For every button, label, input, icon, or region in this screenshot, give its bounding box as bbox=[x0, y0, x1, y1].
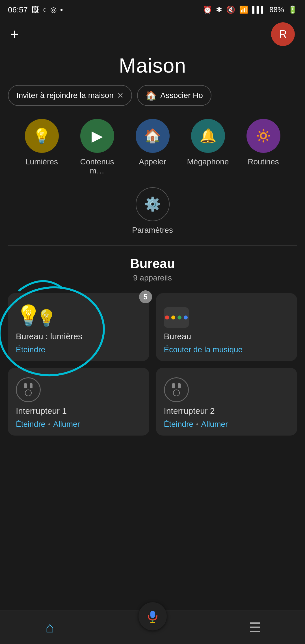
device-name-lumieres: Bureau : lumières bbox=[16, 332, 141, 341]
time-display: 06:57 bbox=[8, 5, 28, 14]
appeler-circle: 🏠 bbox=[136, 119, 170, 153]
mute-icon: 🔇 bbox=[226, 5, 235, 14]
category-contenus[interactable]: ▶ Contenus m… bbox=[75, 119, 120, 175]
routines-label: Routines bbox=[248, 157, 279, 166]
plug2-icon-area bbox=[164, 377, 289, 402]
appeler-label: Appeler bbox=[139, 157, 166, 166]
page-title: Maison bbox=[0, 49, 305, 85]
signal-icon: ▌▌▌ bbox=[252, 6, 265, 14]
dot-blue bbox=[184, 316, 188, 319]
battery-icon: 🔋 bbox=[288, 5, 297, 14]
section-title: Bureau bbox=[0, 256, 305, 271]
device-action-speaker[interactable]: Écouter de la musique bbox=[164, 345, 289, 354]
category-parametres[interactable]: ⚙️ Paramètres bbox=[130, 187, 175, 235]
device-action-lumieres[interactable]: Éteindre bbox=[16, 345, 141, 354]
category-appeler[interactable]: 🏠 Appeler bbox=[130, 119, 175, 175]
status-right: ⏰ ✱ 🔇 📶 ▌▌▌ 88% 🔋 bbox=[203, 5, 297, 14]
device-name-interrupteur1: Interrupteur 1 bbox=[16, 406, 141, 416]
device-name-interrupteur2: Interrupteur 2 bbox=[164, 406, 289, 416]
bluetooth-icon: ✱ bbox=[216, 5, 222, 14]
section-header: Bureau 9 appareils bbox=[0, 254, 305, 284]
contenus-label: Contenus m… bbox=[75, 157, 120, 175]
status-bar: 06:57 🖼 ○ ◎ • ⏰ ✱ 🔇 📶 ▌▌▌ 88% 🔋 bbox=[0, 0, 305, 17]
alarm-icon: ⏰ bbox=[203, 5, 212, 14]
megaphone-label: Mégaphone bbox=[187, 157, 229, 166]
device-interrupteur2[interactable]: Interrupteur 2 Éteindre • Allumer bbox=[156, 368, 297, 436]
appeler-icon: 🏠 bbox=[144, 128, 161, 144]
dot-green bbox=[178, 316, 181, 319]
invite-pill-label: Inviter à rejoindre la maison bbox=[16, 91, 114, 100]
lumieres-label: Lumières bbox=[25, 157, 58, 166]
section-divider bbox=[8, 245, 297, 246]
device-badge: 5 bbox=[139, 290, 152, 303]
category-lumieres[interactable]: 💡 Lumières bbox=[19, 119, 64, 175]
category-routines[interactable]: 🔅 Routines bbox=[241, 119, 286, 175]
plug1-icon-area bbox=[16, 377, 141, 402]
device-name-speaker: Bureau bbox=[164, 332, 289, 341]
contenus-circle: ▶ bbox=[80, 119, 114, 153]
lights-icon-area: 💡 💡 bbox=[16, 302, 141, 328]
circle2-icon: ◎ bbox=[50, 5, 57, 14]
routines-icon: 🔅 bbox=[255, 128, 272, 144]
nav-list-button[interactable]: ☰ bbox=[244, 616, 267, 639]
device-action-row-1: Éteindre • Allumer bbox=[16, 420, 141, 429]
lumieres-icon: 💡 bbox=[33, 127, 51, 145]
home-icon: 🏠 bbox=[146, 90, 157, 101]
gallery-icon: 🖼 bbox=[31, 5, 39, 14]
bulb2-icon: 💡 bbox=[36, 308, 57, 328]
svg-point-0 bbox=[0, 281, 110, 382]
action-dot-1: • bbox=[48, 421, 50, 428]
invite-pill[interactable]: Inviter à rejoindre la maison ✕ bbox=[8, 85, 132, 106]
interrupteur1-off[interactable]: Éteindre bbox=[16, 420, 45, 429]
dot-icon: • bbox=[60, 5, 63, 14]
routines-circle: 🔅 bbox=[246, 119, 280, 153]
speaker-icon-area bbox=[164, 302, 289, 328]
speaker-device-icon bbox=[164, 307, 189, 328]
associer-pill[interactable]: 🏠 Associer Ho bbox=[137, 85, 211, 106]
top-bar: + R bbox=[0, 17, 305, 49]
nav-home-icon: ⌂ bbox=[46, 619, 54, 636]
annotation-circle-svg bbox=[0, 276, 121, 384]
pills-row: Inviter à rejoindre la maison ✕ 🏠 Associ… bbox=[0, 85, 305, 114]
device-grid: 5 💡 💡 Bureau : lumières Éteindre Bureau … bbox=[0, 284, 305, 441]
mic-fab-button[interactable] bbox=[139, 602, 167, 630]
dot-red bbox=[165, 316, 169, 319]
avatar[interactable]: R bbox=[271, 22, 295, 46]
interrupteur1-on[interactable]: Allumer bbox=[53, 420, 80, 429]
section-subtitle: 9 appareils bbox=[0, 271, 305, 282]
circle-icon: ○ bbox=[42, 5, 47, 14]
nav-home-button[interactable]: ⌂ bbox=[39, 616, 61, 639]
device-bureau-lumieres[interactable]: 5 💡 💡 Bureau : lumières Éteindre bbox=[8, 293, 149, 361]
action-dot-2: • bbox=[196, 421, 198, 428]
wifi-icon: 📶 bbox=[239, 5, 248, 14]
device-interrupteur1[interactable]: Interrupteur 1 Éteindre • Allumer bbox=[8, 368, 149, 436]
bulb-container: 💡 💡 bbox=[16, 304, 57, 328]
parametres-label: Paramètres bbox=[132, 226, 173, 235]
megaphone-circle: 🔔 bbox=[191, 119, 225, 153]
interrupteur2-off[interactable]: Éteindre bbox=[164, 420, 193, 429]
category-grid: 💡 Lumières ▶ Contenus m… 🏠 Appeler 🔔 Még… bbox=[0, 114, 305, 243]
dot-yellow bbox=[171, 316, 175, 319]
device-action-row-2: Éteindre • Allumer bbox=[164, 420, 289, 429]
status-left: 06:57 🖼 ○ ◎ • bbox=[8, 5, 63, 14]
lumieres-circle: 💡 bbox=[25, 119, 59, 153]
add-button[interactable]: + bbox=[10, 27, 19, 42]
parametres-icon: ⚙️ bbox=[144, 196, 161, 212]
associer-pill-label: Associer Ho bbox=[160, 91, 203, 100]
contenus-icon: ▶ bbox=[92, 127, 103, 144]
megaphone-icon: 🔔 bbox=[200, 128, 217, 144]
svg-rect-1 bbox=[150, 611, 155, 618]
device-bureau-speaker[interactable]: Bureau Écouter de la musique bbox=[156, 293, 297, 361]
interrupteur2-on[interactable]: Allumer bbox=[201, 420, 228, 429]
nav-list-icon: ☰ bbox=[249, 619, 261, 635]
invite-pill-close[interactable]: ✕ bbox=[117, 91, 124, 100]
battery-level: 88% bbox=[269, 5, 284, 14]
category-megaphone[interactable]: 🔔 Mégaphone bbox=[185, 119, 231, 175]
mic-icon bbox=[146, 609, 160, 623]
parametres-circle: ⚙️ bbox=[136, 187, 170, 221]
